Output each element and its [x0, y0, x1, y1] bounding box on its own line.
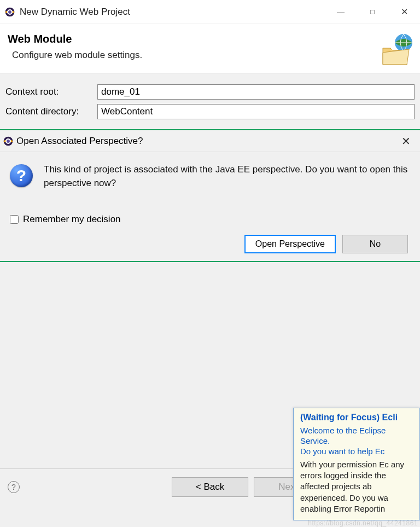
tooltip-line3: Do you want to help Ec	[300, 447, 414, 456]
content-directory-input[interactable]	[97, 104, 415, 119]
tooltip-line2: Service.	[300, 436, 414, 445]
remember-decision-label: Remember my decision	[23, 214, 121, 225]
perspective-close-button[interactable]: ✕	[399, 135, 412, 148]
perspective-message: This kind of project is associated with …	[44, 163, 410, 190]
window-close-button[interactable]: ✕	[388, 0, 420, 24]
perspective-dialog-title: Open Associated Perspective? ✕	[0, 130, 420, 152]
wizard-header: Web Module Configure web module settings…	[0, 24, 420, 73]
tooltip-body: With your permission Ec any errors logge…	[300, 459, 414, 514]
tooltip-title: (Waiting for Focus) Ecli	[300, 413, 414, 422]
remember-decision-row[interactable]: Remember my decision	[10, 214, 410, 225]
window-title: New Dynamic Web Project	[20, 7, 130, 18]
back-button[interactable]: < Back	[172, 477, 248, 497]
no-button[interactable]: No	[342, 235, 408, 253]
tooltip-line1: Welcome to the Eclipse	[300, 426, 414, 435]
web-folder-icon	[380, 32, 415, 67]
eclipse-icon	[2, 135, 14, 147]
svg-point-3	[8, 10, 11, 14]
minimize-button[interactable]: —	[325, 0, 357, 24]
question-icon: ?	[10, 164, 33, 187]
eclipse-app-icon	[4, 7, 15, 18]
open-perspective-button[interactable]: Open Perspective	[244, 235, 336, 253]
perspective-title-text: Open Associated Perspective?	[16, 136, 399, 147]
perspective-dialog-body: ? This kind of project is associated wit…	[0, 152, 420, 261]
titlebar: New Dynamic Web Project — □ ✕	[0, 0, 420, 24]
remember-decision-checkbox[interactable]	[10, 215, 19, 224]
page-title: Web Module	[8, 33, 409, 45]
help-icon[interactable]: ?	[8, 481, 20, 493]
context-root-input[interactable]	[97, 84, 415, 100]
maximize-button[interactable]: □	[357, 0, 388, 24]
page-subtitle: Configure web module settings.	[8, 50, 409, 61]
context-root-label: Context root:	[5, 86, 97, 97]
watermark: https://blog.csdn.net/qq_44241861	[308, 519, 418, 527]
svg-point-11	[7, 140, 10, 143]
content-directory-label: Content directory:	[5, 106, 97, 117]
web-module-form: Context root: Content directory:	[0, 73, 420, 130]
error-reporting-tooltip[interactable]: (Waiting for Focus) Ecli Welcome to the …	[293, 408, 420, 520]
